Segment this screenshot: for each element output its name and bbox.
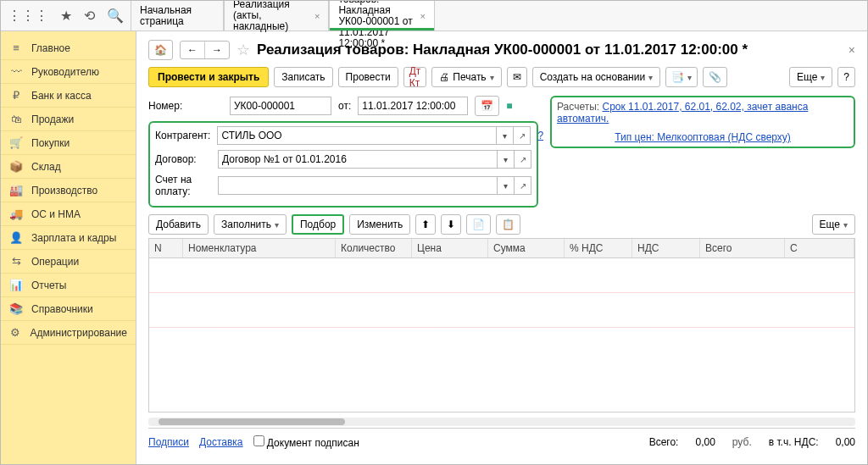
counterparty-input[interactable] [217, 126, 497, 145]
settlements-box: Расчеты: Срок 11.01.2017, 62.01, 62.02, … [550, 96, 855, 148]
invoice-input[interactable] [218, 176, 498, 195]
ruble-icon: ₽ [9, 89, 23, 102]
create-based-button[interactable]: Создать на основании [532, 67, 661, 87]
move-up-button[interactable]: ⬆ [415, 214, 436, 235]
sidebar-item-warehouse[interactable]: 📦Склад [1, 155, 136, 179]
invoice-label: Счет на оплату: [155, 174, 211, 197]
delivery-link[interactable]: Доставка [199, 436, 243, 448]
col-vat[interactable]: НДС [632, 239, 700, 257]
close-icon[interactable]: × [420, 11, 425, 21]
sidebar-item-catalogs[interactable]: 📚Справочники [1, 297, 136, 321]
add-row-button[interactable]: Добавить [148, 214, 209, 235]
sidebar-item-purchases[interactable]: 🛒Покупки [1, 131, 136, 155]
pick-button[interactable]: Подбор [292, 214, 344, 235]
sidebar-item-production[interactable]: 🏭Производство [1, 179, 136, 202]
write-button[interactable]: Записать [274, 67, 332, 87]
bars-icon: 📊 [9, 279, 23, 291]
vat-value: 0,00 [836, 436, 855, 448]
col-n[interactable]: N [149, 239, 183, 257]
favorite-star-icon[interactable]: ☆ [236, 41, 250, 59]
sidebar-item-hr[interactable]: 👤Зарплата и кадры [1, 226, 136, 250]
select-dropdown-icon[interactable]: ▾ [498, 176, 515, 195]
nav-buttons: ← → [180, 41, 230, 59]
print-button[interactable]: 🖨 Печать [431, 67, 501, 87]
sidebar-item-reports[interactable]: 📊Отчеты [1, 274, 136, 297]
total-label: Всего: [649, 436, 679, 448]
close-icon[interactable]: × [849, 43, 855, 57]
factory-icon: 🏭 [9, 184, 23, 197]
chart-icon: 〰 [9, 65, 23, 78]
vat-label: в т.ч. НДС: [769, 436, 819, 448]
gear-icon: ⚙ [9, 326, 22, 339]
content: 🏠 ← → ☆ Реализация товаров: Накладная УК… [136, 31, 867, 464]
sidebar-item-main[interactable]: ≡Главное [1, 36, 136, 60]
attach-button[interactable]: 📎 [703, 67, 727, 87]
edit-row-button[interactable]: Изменить [349, 214, 410, 235]
history-icon[interactable]: ⟲ [84, 8, 95, 24]
sidebar-item-admin[interactable]: ⚙Администрирование [1, 321, 136, 345]
select-dropdown-icon[interactable]: ▾ [497, 126, 514, 145]
home-button[interactable]: 🏠 [148, 40, 173, 60]
edi-button[interactable]: 📑 [665, 67, 698, 87]
sidebar-item-manager[interactable]: 〰Руководителю [1, 60, 136, 84]
col-total[interactable]: Всего [700, 239, 785, 257]
swap-icon: ⇆ [9, 255, 23, 268]
tab-realization-list[interactable]: Реализация (акты, накладные)× [224, 1, 329, 30]
sidebar-item-assets[interactable]: 🚚ОС и НМА [1, 202, 136, 226]
sidebar-item-sales[interactable]: 🛍Продажи [1, 108, 136, 131]
calendar-icon[interactable]: 📅 [475, 96, 499, 116]
star-icon[interactable]: ★ [60, 8, 72, 24]
cart-icon: 🛒 [9, 136, 23, 149]
horizontal-scrollbar[interactable] [148, 418, 855, 426]
col-nomenclature[interactable]: Номенклатура [183, 239, 336, 257]
topbar: ⋮⋮⋮ ★ ⟲ 🔍 Начальная страница Реализация … [1, 1, 867, 31]
number-input[interactable] [230, 97, 331, 115]
search-icon[interactable]: 🔍 [107, 8, 124, 24]
person-icon: 👤 [9, 231, 23, 244]
close-icon[interactable]: × [314, 11, 320, 21]
col-s[interactable]: С [785, 239, 854, 257]
col-price[interactable]: Цена [412, 239, 488, 257]
sidebar-item-operations[interactable]: ⇆Операции [1, 250, 136, 274]
contract-input[interactable] [218, 150, 498, 169]
col-vat-pct[interactable]: % НДС [565, 239, 632, 257]
move-down-button[interactable]: ⬇ [441, 214, 461, 235]
more-button[interactable]: Еще [789, 67, 832, 87]
menu-icon: ≡ [9, 42, 23, 54]
fill-button[interactable]: Заполнить [214, 214, 287, 235]
counterparty-help-icon[interactable]: ? [537, 130, 543, 141]
settlements-label: Расчеты: [557, 101, 599, 113]
forward-button[interactable]: → [205, 42, 229, 58]
col-sum[interactable]: Сумма [488, 239, 565, 257]
open-ref-icon[interactable]: ↗ [514, 126, 531, 145]
books-icon: 📚 [9, 302, 23, 315]
mail-button[interactable]: ✉ [507, 67, 527, 87]
open-ref-icon[interactable]: ↗ [515, 150, 531, 169]
counterparty-box: Контрагент: ▾ ↗ ? Договор: ▾ ↗ [148, 121, 538, 208]
table-body[interactable] [149, 258, 854, 360]
date-input[interactable] [358, 97, 468, 115]
box-icon: 📦 [9, 160, 23, 173]
signatures-link[interactable]: Подписи [148, 436, 189, 448]
open-ref-icon[interactable]: ↗ [515, 176, 531, 195]
apps-icon[interactable]: ⋮⋮⋮ [8, 8, 48, 24]
col-qty[interactable]: Количество [336, 239, 412, 257]
help-button[interactable]: ? [837, 67, 855, 87]
doc-signed-checkbox[interactable]: Документ подписан [253, 435, 359, 449]
back-button[interactable]: ← [181, 42, 205, 58]
dtkt-button[interactable]: ДтКт [403, 67, 427, 87]
sidebar: ≡Главное 〰Руководителю ₽Банк и касса 🛍Пр… [1, 31, 136, 464]
select-dropdown-icon[interactable]: ▾ [498, 150, 515, 169]
posted-flag-icon: ■ [506, 100, 512, 112]
paste-button[interactable]: 📋 [496, 214, 520, 235]
price-type-link[interactable]: Тип цен: Мелкооптовая (НДС сверху) [615, 131, 791, 143]
post-button[interactable]: Провести [338, 67, 398, 87]
sidebar-item-bank[interactable]: ₽Банк и касса [1, 84, 136, 108]
table-more-button[interactable]: Еще [812, 214, 855, 235]
tab-realization-doc[interactable]: Реализация товаров: Накладная УК00-00000… [329, 1, 434, 30]
post-and-close-button[interactable]: Провести и закрыть [148, 67, 269, 87]
from-label: от: [338, 100, 351, 112]
currency-label: руб. [732, 436, 752, 448]
tab-home[interactable]: Начальная страница [131, 1, 224, 30]
copy-button[interactable]: 📄 [466, 214, 491, 235]
